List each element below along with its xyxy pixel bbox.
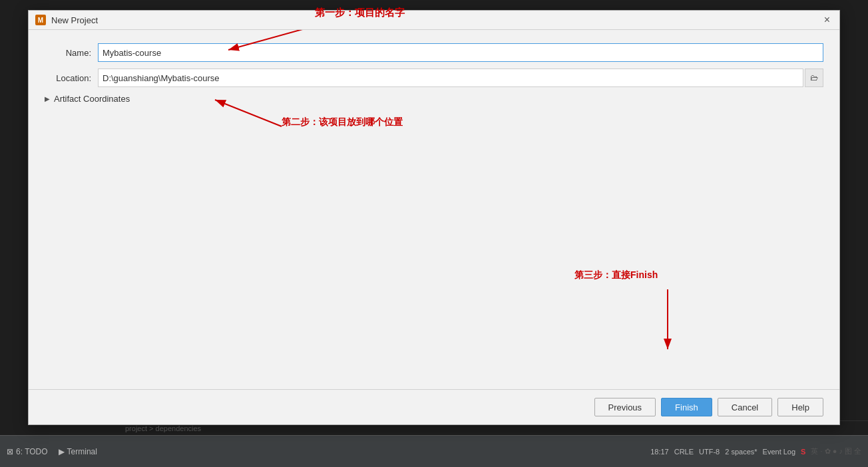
sogou-controls: 英 · ✿ ● ♪ 图 全 (811, 446, 861, 456)
dialog-footer: Previous Finish Cancel Help (29, 389, 839, 424)
dialog-content: Name: Location: 🗁 ▶ Artifact Coordinates… (29, 30, 839, 389)
annotation-step2: 第二步：该项目放到哪个位置 (282, 116, 403, 128)
location-row: Location: 🗁 (45, 69, 823, 87)
dialog-overlay: M New Project × Name: Location: 🗁 (0, 0, 868, 435)
help-button[interactable]: Help (777, 398, 823, 416)
terminal-label[interactable]: Terminal (67, 447, 97, 456)
artifact-coordinates-section[interactable]: ▶ Artifact Coordinates (45, 94, 823, 104)
status-spaces: 2 spaces* (725, 448, 757, 456)
new-project-dialog: M New Project × Name: Location: 🗁 (28, 10, 840, 425)
dialog-close-button[interactable]: × (821, 15, 833, 25)
sogou-logo: S (801, 448, 805, 456)
name-row: Name: (45, 43, 823, 62)
previous-button[interactable]: Previous (594, 398, 656, 416)
artifact-label: Artifact Coordinates (54, 94, 130, 104)
name-label: Name: (45, 48, 98, 58)
browse-icon: 🗁 (810, 73, 818, 82)
svg-line-2 (215, 100, 282, 126)
event-log-link[interactable]: Event Log (763, 448, 796, 456)
status-bar-right: 18:17 CRLE UTF-8 2 spaces* Event Log S 英… (650, 446, 861, 456)
location-input[interactable] (98, 69, 803, 87)
todo-label[interactable]: 6: TODO (16, 447, 48, 456)
bottom-bar: ⊠ 6: TODO ▶ Terminal 18:17 CRLE UTF-8 2 … (0, 435, 868, 467)
finish-button[interactable]: Finish (661, 398, 712, 416)
name-input[interactable] (98, 43, 823, 62)
dialog-title-left: M New Project (35, 15, 98, 25)
tab-terminal[interactable]: ▶ Terminal (59, 447, 97, 456)
dialog-title-text: New Project (51, 15, 98, 25)
dialog-app-icon: M (35, 15, 46, 25)
terminal-icon: ▶ (59, 447, 65, 456)
location-label: Location: (45, 73, 98, 83)
dialog-titlebar: M New Project × (29, 11, 839, 30)
cancel-button[interactable]: Cancel (718, 398, 772, 416)
status-crlf: CRLE (674, 448, 694, 456)
expand-triangle-icon: ▶ (45, 95, 50, 102)
status-encoding: UTF-8 (699, 448, 720, 456)
status-time: 18:17 (650, 448, 669, 456)
tab-todo[interactable]: ⊠ 6: TODO (7, 447, 48, 456)
browse-button[interactable]: 🗁 (805, 69, 823, 87)
annotation-step3: 第三步：直接Finish (574, 269, 658, 281)
todo-icon: ⊠ (7, 447, 13, 456)
